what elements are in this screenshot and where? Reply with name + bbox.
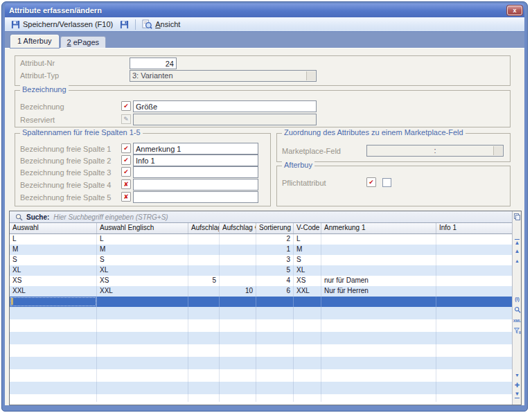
grid-cell[interactable] [188, 245, 220, 255]
column-header-auswahl[interactable]: Auswahl [10, 223, 97, 233]
check-icon[interactable]: ✔ [366, 177, 376, 187]
grid-search-bar[interactable]: Suche: Hier Suchbegriff eingeben (STRG+S… [10, 211, 521, 223]
column-header-info-1[interactable]: Info 1 [436, 223, 513, 233]
grid-cell[interactable] [188, 234, 220, 245]
grid-cell[interactable]: S [97, 255, 188, 265]
grid-cell[interactable]: L [294, 234, 321, 245]
next-icon[interactable]: ▼ [513, 371, 522, 380]
grid-cell[interactable]: Nur für Herren [321, 286, 436, 297]
grid-cell[interactable]: XS [97, 276, 188, 286]
grid-cell[interactable] [256, 297, 294, 307]
prev-icon[interactable]: ▲ [513, 257, 522, 265]
spalte4-input[interactable] [133, 179, 258, 191]
view-button[interactable]: Ansicht [139, 18, 184, 30]
spalte5-input[interactable] [133, 191, 258, 203]
copy-icon[interactable] [513, 213, 522, 221]
grid-cell[interactable] [220, 276, 256, 286]
tab-epages[interactable]: 2 ePages [60, 36, 107, 48]
title-bar[interactable]: Attribute erfassen/ändern x [5, 3, 524, 17]
close-button[interactable]: x [507, 6, 522, 15]
grid-cell[interactable] [220, 255, 256, 265]
grid-row[interactable]: XSXS54XSnur für Damen [10, 276, 513, 286]
grid-row[interactable]: XLXL5XL [10, 265, 513, 276]
grid-cell[interactable] [188, 297, 220, 307]
grid-cell[interactable] [321, 245, 436, 255]
column-header-auswahl-englisch[interactable]: Auswahl Englisch [97, 223, 188, 233]
grid-cell[interactable]: 4 [256, 276, 294, 286]
pflichtattribut-checkbox[interactable] [382, 178, 391, 187]
grid-cell[interactable]: XL [97, 265, 188, 276]
grid-cell[interactable]: 10 [220, 286, 256, 297]
cross-icon[interactable]: ✘ [121, 192, 131, 202]
cross-icon[interactable]: ✘ [121, 179, 131, 189]
grid-cell[interactable] [321, 255, 436, 265]
grid-cell[interactable]: 5 [256, 265, 294, 276]
grid-cell[interactable] [436, 245, 513, 255]
spalte3-input[interactable] [133, 166, 258, 178]
grid-cell[interactable] [188, 265, 220, 276]
grid-cell[interactable] [188, 255, 220, 265]
grid-row[interactable]: SS3S [10, 255, 513, 265]
grid-new-row-selected[interactable] [10, 297, 513, 307]
column-header-aufschlag[interactable]: Aufschlag [188, 223, 220, 233]
filter-icon[interactable] [513, 326, 522, 335]
spalte1-input[interactable] [133, 143, 258, 154]
grid-cell[interactable]: 2 [256, 234, 294, 245]
grid-cell[interactable] [321, 265, 436, 276]
bezeichnung-input[interactable] [133, 100, 317, 112]
grid-cell[interactable] [220, 297, 256, 307]
grid-cell[interactable] [436, 255, 513, 265]
column-header-sortierung[interactable]: Sortierung [256, 223, 294, 233]
column-header-anmerkung-1[interactable]: Anmerkung 1 [321, 223, 436, 233]
grid-cell[interactable]: M [97, 245, 188, 255]
tab-afterbuy[interactable]: 1 Afterbuy [10, 35, 59, 48]
grid-cell[interactable] [321, 234, 436, 245]
grid-cell[interactable]: XS [10, 276, 97, 286]
attribut-nr-input[interactable] [130, 58, 177, 69]
grid-cell[interactable]: 6 [256, 286, 294, 297]
grid-cell[interactable] [220, 245, 256, 255]
insert-icon[interactable]: ✚ [513, 381, 522, 389]
search-icon[interactable] [513, 306, 522, 314]
grid-cell[interactable]: XXL [294, 286, 321, 297]
xml-icon[interactable]: XML [513, 317, 522, 325]
grid-cell[interactable]: M [294, 245, 321, 255]
check-icon[interactable]: ✔ [121, 155, 131, 165]
save-button[interactable] [116, 18, 132, 30]
grid-cell[interactable]: M [10, 245, 97, 255]
grid-cell[interactable]: L [97, 234, 188, 245]
grid-cell[interactable] [321, 297, 436, 307]
grid-cell[interactable]: 3 [256, 255, 294, 265]
grid-cell[interactable] [436, 234, 513, 245]
grid-cell[interactable] [436, 276, 513, 286]
grid-row[interactable]: XXLXXL106XXLNur für Herren [10, 286, 513, 297]
goto-last-icon[interactable]: ▼ [513, 391, 522, 399]
grid-cell[interactable]: 5 [188, 276, 220, 286]
grid-cell[interactable] [97, 297, 188, 307]
grid-cell[interactable] [10, 297, 97, 307]
grid-cell[interactable] [436, 286, 513, 297]
grid-cell[interactable]: nur für Damen [321, 276, 436, 286]
grid-cell[interactable] [188, 286, 220, 297]
grid-cell[interactable]: XXL [97, 286, 188, 297]
check-icon[interactable]: ✔ [121, 167, 131, 177]
grid-cell[interactable] [220, 234, 256, 245]
grid-cell[interactable]: XXL [10, 286, 97, 297]
grid-row[interactable]: MM1M [10, 245, 513, 255]
prev-page-icon[interactable]: ▲ [513, 247, 522, 256]
grid-cell[interactable]: XL [294, 265, 321, 276]
column-header-v-code[interactable]: V-Code [294, 223, 321, 233]
check-icon[interactable]: ✔ [121, 143, 131, 153]
grid-row[interactable]: LL2L [10, 234, 513, 245]
column-header-aufschlag-[interactable]: Aufschlag € [220, 223, 256, 233]
spalte2-input[interactable] [133, 154, 258, 166]
grid-cell[interactable] [294, 297, 321, 307]
grid-cell[interactable]: 1 [256, 245, 294, 255]
grid-cell[interactable]: S [294, 255, 321, 265]
grid-cell[interactable]: XS [294, 276, 321, 286]
grid-cell[interactable] [220, 265, 256, 276]
grid-cell[interactable]: S [10, 255, 97, 265]
goto-first-icon[interactable]: ▲ [513, 238, 522, 246]
check-icon[interactable]: ✔ [121, 101, 131, 111]
grid-cell[interactable] [436, 265, 513, 276]
